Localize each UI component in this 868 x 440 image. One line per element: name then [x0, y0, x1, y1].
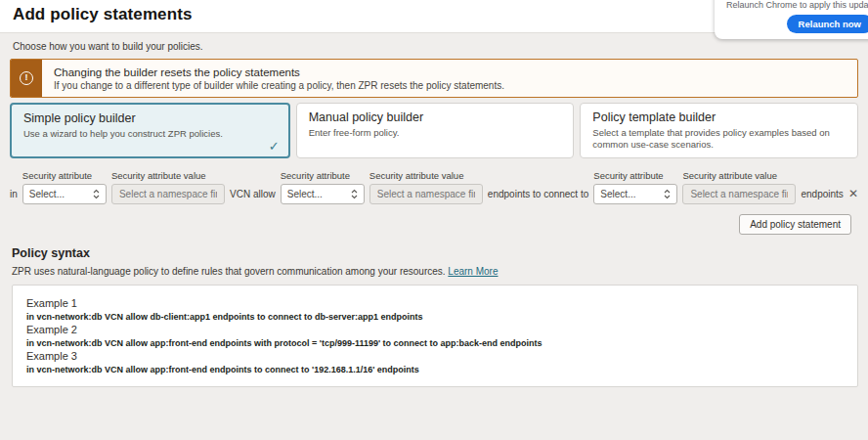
- example-label: Example 1: [26, 297, 844, 309]
- card-description: Enter free-form policy.: [309, 127, 562, 139]
- security-attribute-field-2: Security attribute Select...: [281, 170, 365, 204]
- card-simple-policy-builder[interactable]: Simple policy builder Use a wizard to he…: [10, 103, 290, 158]
- security-attribute-select-1[interactable]: Select...: [22, 184, 107, 204]
- chrome-update-popup: Relaunch Chrome to apply this update Rel…: [715, 0, 868, 39]
- card-description: Use a wizard to help you construct ZPR p…: [23, 128, 277, 140]
- card-manual-policy-builder[interactable]: Manual policy builder Enter free-form po…: [296, 103, 575, 158]
- select-value: Select...: [29, 189, 65, 199]
- card-title: Policy template builder: [592, 110, 846, 124]
- security-attribute-value-input-1: [111, 184, 225, 204]
- warning-icon: !: [20, 71, 33, 85]
- card-description: Select a template that provides policy e…: [592, 127, 846, 152]
- field-label: Security attribute value: [111, 170, 225, 181]
- warning-body: Changing the builder resets the policy s…: [42, 60, 516, 97]
- policy-examples-panel: Example 1 in vcn-network:db VCN allow db…: [12, 285, 858, 387]
- select-value: Select...: [287, 189, 323, 199]
- builder-cards: Simple policy builder Use a wizard to he…: [10, 103, 858, 158]
- field-label: Security attribute value: [682, 170, 796, 181]
- example-label: Example 2: [26, 324, 844, 335]
- policy-syntax-heading: Policy syntax: [12, 246, 858, 260]
- chevron-updown-icon: [664, 189, 671, 199]
- card-title: Manual policy builder: [309, 110, 562, 124]
- example-policy-text: in vcn-network:db VCN allow db-client:ap…: [26, 312, 844, 322]
- statement-connector-vcn-allow: VCN allow: [230, 189, 276, 204]
- statement-suffix: endpoints: [801, 189, 843, 204]
- security-attribute-value-input-3: [682, 184, 796, 204]
- warning-strip: !: [11, 60, 42, 97]
- security-attribute-value-field-2: Security attribute value: [369, 170, 483, 204]
- card-policy-template-builder[interactable]: Policy template builder Select a templat…: [580, 103, 858, 158]
- statement-connector-endpoints-to-connect: endpoints to connect to: [488, 189, 588, 204]
- policy-syntax-section: Policy syntax ZPR uses natural-language …: [12, 246, 858, 387]
- example-label: Example 3: [26, 350, 844, 362]
- page-title: Add policy statements: [13, 5, 192, 24]
- remove-statement-icon[interactable]: ✕: [848, 187, 858, 204]
- field-label: Security attribute: [593, 170, 677, 181]
- security-attribute-value-input-2: [369, 184, 483, 204]
- relaunch-now-button[interactable]: Relaunch now: [787, 15, 868, 33]
- statement-prefix: in: [10, 189, 18, 204]
- policy-syntax-description-text: ZPR uses natural-language policy to defi…: [12, 266, 446, 277]
- security-attribute-field-3: Security attribute Select...: [593, 170, 677, 204]
- chevron-updown-icon: [351, 189, 358, 199]
- security-attribute-select-3[interactable]: Select...: [593, 184, 677, 204]
- selected-check-icon: ✓: [269, 139, 280, 154]
- intro-text: Choose how you want to build your polici…: [13, 41, 858, 52]
- example-policy-text: in vcn-network:db VCN allow app:front-en…: [26, 338, 844, 348]
- warning-banner: ! Changing the builder resets the policy…: [10, 59, 858, 98]
- security-attribute-field-1: Security attribute Select...: [22, 170, 107, 204]
- field-label: Security attribute value: [369, 170, 483, 181]
- chevron-updown-icon: [93, 189, 100, 199]
- security-attribute-value-field-1: Security attribute value: [111, 170, 225, 204]
- policy-syntax-description: ZPR uses natural-language policy to defi…: [12, 266, 858, 277]
- warning-title: Changing the builder resets the policy s…: [54, 66, 504, 78]
- select-value: Select...: [600, 189, 635, 199]
- card-title: Simple policy builder: [23, 111, 277, 125]
- field-label: Security attribute: [22, 170, 107, 181]
- statement-actions: Add policy statement: [10, 214, 858, 235]
- example-policy-text: in vcn-network:db VCN allow app:front-en…: [26, 365, 844, 374]
- field-label: Security attribute: [281, 170, 365, 181]
- warning-description: If you change to a different type of bui…: [54, 80, 504, 91]
- add-policy-statement-button[interactable]: Add policy statement: [739, 214, 851, 235]
- security-attribute-value-field-3: Security attribute value: [682, 170, 796, 204]
- dialog-body: Choose how you want to build your polici…: [0, 32, 868, 440]
- chrome-update-message: Relaunch Chrome to apply this update: [726, 0, 868, 10]
- policy-statement-row: in Security attribute Select... Security…: [10, 170, 858, 204]
- learn-more-link[interactable]: Learn More: [448, 266, 498, 277]
- security-attribute-select-2[interactable]: Select...: [281, 184, 365, 204]
